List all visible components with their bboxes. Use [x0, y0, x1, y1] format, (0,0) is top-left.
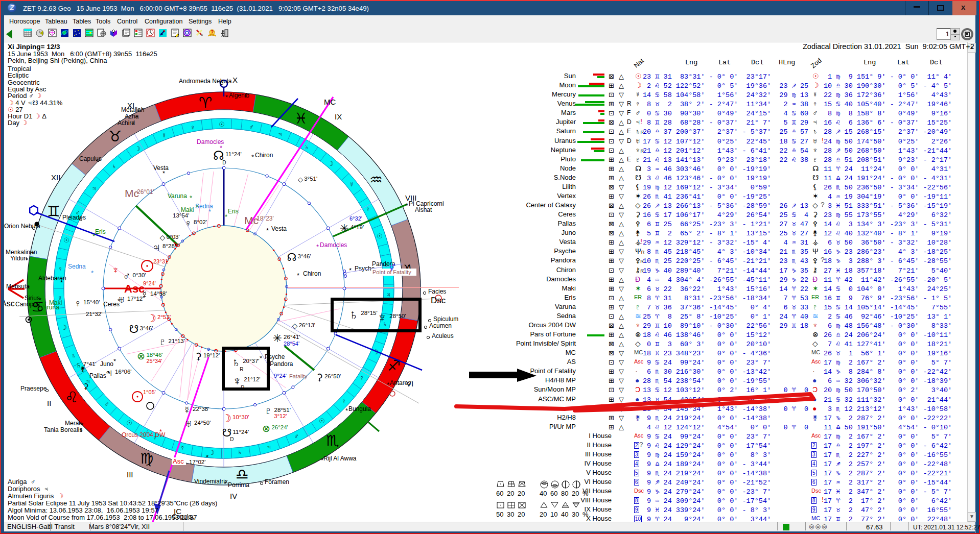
svg-text:*: *: [27, 284, 30, 292]
svg-text:☽: ☽: [208, 449, 215, 456]
svg-text:*: *: [80, 426, 82, 434]
svg-text:*: *: [260, 354, 262, 362]
svg-text:*: *: [349, 266, 352, 274]
svg-text:♄: ♄: [237, 448, 242, 456]
svg-text:☊: ☊: [287, 251, 297, 263]
svg-text:*: *: [113, 357, 116, 365]
svg-text:♀: ♀: [341, 397, 346, 405]
svg-text:*: *: [225, 213, 227, 221]
svg-text:Bungula: Bungula: [348, 405, 371, 412]
svg-text:Yildun: Yildun: [10, 255, 27, 262]
svg-text:Fatality: Fatality: [289, 373, 308, 379]
svg-text:☽: ☽: [221, 412, 231, 425]
svg-text:☿: ☿: [359, 374, 364, 382]
svg-text:Porrima: Porrima: [228, 481, 249, 489]
svg-text:17°12': 17°12': [127, 296, 144, 302]
svg-text:☉: ☉: [63, 236, 69, 244]
svg-text:☉: ☉: [377, 232, 383, 240]
svg-text:♃: ♃: [105, 367, 113, 379]
svg-text:Tania Borealis: Tania Borealis: [44, 426, 82, 433]
svg-text:21°32': 21°32': [86, 311, 102, 317]
svg-text:Damocles: Damocles: [320, 241, 347, 249]
svg-text:♃: ♃: [266, 443, 271, 451]
svg-text:◇: ◇: [292, 322, 298, 330]
svg-text:☿: ☿: [161, 132, 167, 139]
svg-text:8°02': 8°02': [194, 219, 207, 225]
svg-text:⚵: ⚵: [80, 365, 85, 373]
svg-text:X: X: [232, 76, 238, 84]
svg-text:*: *: [208, 208, 211, 215]
svg-text:♂: ♂: [294, 432, 299, 440]
svg-text:☉: ☉: [126, 419, 132, 427]
svg-text:♅: ♅: [185, 418, 193, 429]
svg-text:♄: ♄: [304, 143, 309, 151]
svg-text:16°06': 16°06': [115, 369, 131, 375]
svg-text:IX: IX: [335, 112, 342, 121]
svg-text:*: *: [26, 256, 28, 264]
svg-text:♅: ♅: [118, 294, 126, 305]
svg-text:11°24': 11°24': [225, 151, 242, 157]
svg-text:♀: ♀: [58, 265, 63, 273]
svg-text:XI: XI: [127, 101, 134, 110]
svg-text:♍︎: ♍︎: [140, 450, 153, 467]
svg-text:*: *: [387, 381, 389, 389]
svg-text:♇: ♇: [158, 336, 167, 348]
svg-text:Eris: Eris: [228, 208, 239, 215]
svg-text:Mebsuta: Mebsuta: [6, 283, 30, 290]
svg-text:Vindemiatrix: Vindemiatrix: [194, 478, 228, 485]
svg-text:19°12': 19°12': [203, 352, 220, 358]
svg-text:♒︎: ♒︎: [369, 172, 383, 188]
svg-text:IV: IV: [230, 492, 237, 500]
svg-text:21°13': 21°13': [169, 338, 185, 344]
svg-text:☽: ☽: [146, 312, 156, 325]
svg-text:♓︎: ♓︎: [294, 110, 308, 127]
svg-text:♄: ♄: [348, 307, 359, 322]
svg-text:Vesta: Vesta: [271, 225, 287, 232]
svg-text:Canopus: Canopus: [15, 301, 40, 308]
svg-text:⚳: ⚳: [195, 351, 201, 361]
svg-text:*: *: [206, 453, 208, 461]
svg-text:♂: ♂: [249, 123, 254, 131]
svg-text:2°52': 2°52': [157, 314, 171, 320]
svg-text:♈︎: ♈︎: [199, 94, 212, 111]
svg-text:VIII: VIII: [405, 193, 417, 202]
svg-text:♌︎: ♌︎: [65, 389, 78, 405]
svg-text:R: R: [240, 367, 243, 372]
svg-text:Pleiades: Pleiades: [62, 214, 86, 221]
svg-text:⚳: ⚳: [83, 382, 89, 391]
svg-text:9°24': 9°24': [274, 373, 287, 379]
svg-text:♃: ♃: [91, 184, 97, 192]
svg-text:*: *: [266, 227, 269, 234]
svg-text:26°41': 26°41': [284, 334, 300, 340]
svg-text:*: *: [162, 169, 165, 177]
svg-text:0°30': 0°30': [133, 272, 146, 278]
svg-text:26°13': 26°13': [299, 322, 315, 328]
svg-text:*: *: [44, 300, 46, 307]
svg-text:3°51': 3°51': [304, 176, 317, 182]
svg-text:☋: ☋: [129, 323, 139, 335]
svg-text:*: *: [224, 480, 226, 488]
svg-text:♄: ♄: [111, 162, 116, 170]
svg-text:Vesta: Vesta: [153, 164, 169, 172]
svg-text:18°46': 18°46': [146, 352, 162, 358]
svg-text:28°51': 28°51': [274, 407, 291, 413]
svg-text:XII: XII: [51, 173, 60, 182]
svg-text:*: *: [316, 243, 319, 251]
svg-text:*: *: [190, 194, 192, 202]
svg-text:26°01': 26°01': [137, 188, 154, 196]
svg-text:*: *: [345, 407, 348, 415]
svg-text:Merak: Merak: [65, 420, 82, 427]
svg-text:☽: ☽: [134, 145, 141, 153]
svg-text:☽: ☽: [61, 324, 67, 331]
svg-text:D: D: [222, 160, 226, 165]
svg-text:♇: ♇: [264, 405, 272, 417]
svg-text:♉︎: ♉︎: [108, 128, 122, 144]
svg-text:⚳: ⚳: [316, 372, 322, 382]
svg-text:II: II: [47, 399, 51, 407]
svg-text:4°19': 4°19': [351, 224, 364, 230]
svg-text:☿: ☿: [180, 444, 185, 452]
svg-text:♎︎: ♎︎: [236, 466, 249, 482]
svg-text:Varuna: Varuna: [168, 192, 187, 200]
svg-text:♆: ♆: [377, 310, 387, 325]
svg-text:Alshat: Alshat: [415, 206, 432, 213]
